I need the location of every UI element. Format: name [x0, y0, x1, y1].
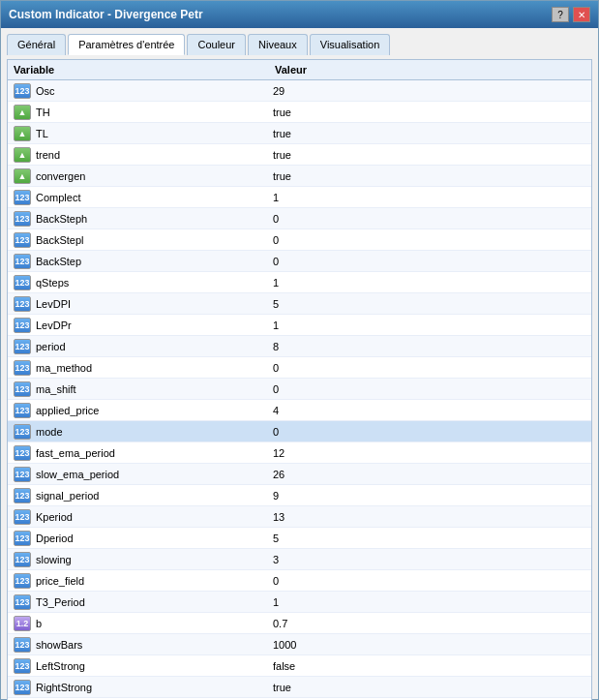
table-row[interactable]: ▲convergentrue: [8, 166, 591, 187]
int-icon: 123: [14, 467, 31, 482]
table-row[interactable]: 123LevDPI5: [8, 293, 591, 315]
table-row[interactable]: 123signal_period9: [8, 485, 591, 506]
row-variable-name: trend: [36, 149, 273, 161]
row-variable-name: ma_shift: [36, 383, 273, 395]
table-row[interactable]: 123Osc29: [8, 80, 591, 102]
int-icon: 123: [14, 637, 31, 653]
int-icon: 123: [14, 360, 31, 376]
row-variable-value: 3: [273, 554, 585, 565]
table-row[interactable]: 123T3_Period1: [8, 592, 591, 613]
row-variable-value: true: [273, 128, 585, 139]
int-icon: 123: [14, 573, 31, 589]
row-variable-value: true: [273, 149, 585, 161]
row-variable-name: Kperiod: [36, 511, 273, 523]
row-variable-name: signal_period: [36, 490, 273, 502]
table-row[interactable]: 123BackSteph0: [8, 208, 591, 229]
int-icon: 123: [14, 254, 31, 269]
int-icon: 123: [14, 403, 31, 418]
row-variable-name: b: [36, 618, 273, 629]
row-variable-value: 0.7: [273, 618, 585, 629]
row-variable-value: 0: [273, 426, 585, 438]
table-row[interactable]: 123slowing3: [8, 549, 591, 570]
column-value-header: Valeur: [275, 64, 585, 76]
tab-visualisation[interactable]: Visualisation: [310, 34, 391, 55]
row-variable-value: 0: [273, 256, 585, 267]
table-row[interactable]: 123ma_method0: [8, 357, 591, 379]
row-variable-value: 4: [273, 405, 585, 416]
table-row[interactable]: 123LevDPr1: [8, 315, 591, 336]
int-icon: 123: [14, 445, 31, 461]
close-button[interactable]: ✕: [573, 7, 590, 22]
int-icon: 123: [14, 552, 31, 567]
table-row[interactable]: 123mode0: [8, 421, 591, 442]
row-variable-name: period: [36, 341, 273, 352]
row-variable-value: 0: [273, 234, 585, 246]
row-variable-name: convergen: [36, 170, 273, 182]
int-icon: 123: [14, 594, 31, 610]
int-icon: 123: [14, 531, 31, 546]
row-variable-name: BackStep: [36, 256, 273, 267]
table-row[interactable]: 123fast_ema_period12: [8, 442, 591, 464]
table-row[interactable]: ▲TLtrue: [8, 123, 591, 144]
row-variable-value: 8: [273, 341, 585, 352]
table-row[interactable]: 123LeftStrongfalse: [8, 655, 591, 677]
dbl-icon: 1.2: [14, 616, 31, 631]
row-variable-value: 0: [273, 213, 585, 225]
table-row[interactable]: 123RightStrongtrue: [8, 677, 591, 698]
table-row[interactable]: ▲trendtrue: [8, 144, 591, 166]
table-row[interactable]: 123Kperiod13: [8, 506, 591, 528]
table-row[interactable]: 123BackStepl0: [8, 229, 591, 251]
table-row[interactable]: ▲THtrue: [8, 102, 591, 123]
tab-content: Variable Valeur 123Osc29▲THtrue▲TLtrue▲t…: [7, 59, 592, 700]
row-variable-name: slowing: [36, 554, 273, 565]
row-variable-name: showBars: [36, 639, 273, 651]
row-variable-name: fast_ema_period: [36, 447, 273, 459]
row-variable-value: 1: [273, 192, 585, 203]
row-variable-name: TH: [36, 107, 273, 118]
row-variable-name: RightStrong: [36, 682, 273, 693]
int-icon: 123: [14, 296, 31, 312]
table-row[interactable]: 123slow_ema_period26: [8, 464, 591, 485]
table-row[interactable]: 1.2b0.7: [8, 613, 591, 634]
int-icon: 123: [14, 680, 31, 695]
table-row[interactable]: 123showBars1000: [8, 634, 591, 655]
table-row[interactable]: 123period8: [8, 336, 591, 357]
row-variable-value: 26: [273, 469, 585, 480]
row-variable-name: LevDPr: [36, 320, 273, 331]
row-variable-value: false: [273, 660, 585, 672]
table-body[interactable]: 123Osc29▲THtrue▲TLtrue▲trendtrue▲converg…: [8, 80, 591, 700]
help-button[interactable]: ?: [552, 7, 569, 22]
row-variable-value: true: [273, 170, 585, 182]
row-variable-value: 0: [273, 383, 585, 395]
int-icon: 123: [14, 232, 31, 248]
row-variable-value: 5: [273, 298, 585, 310]
int-icon: 123: [14, 275, 31, 290]
table-row[interactable]: 123price_field0: [8, 570, 591, 592]
table-row[interactable]: 123Complect1: [8, 187, 591, 208]
tab-g-n-ral[interactable]: Général: [7, 34, 66, 55]
table-header: Variable Valeur: [8, 60, 591, 80]
table-row[interactable]: 123BackStep0: [8, 251, 591, 272]
row-variable-name: price_field: [36, 575, 273, 587]
row-variable-name: mode: [36, 426, 273, 438]
row-variable-name: Complect: [36, 192, 273, 203]
table-row[interactable]: 123ma_shift0: [8, 379, 591, 400]
int-icon: 123: [14, 424, 31, 440]
row-variable-value: 1: [273, 277, 585, 289]
tab-param-tres-d-entr-e[interactable]: Paramètres d'entrée: [68, 34, 185, 55]
row-variable-name: slow_ema_period: [36, 469, 273, 480]
tab-niveaux[interactable]: Niveaux: [248, 34, 308, 55]
int-icon: 123: [14, 658, 31, 674]
int-icon: 123: [14, 381, 31, 397]
main-window: Custom Indicator - Divergence Petr ? ✕ G…: [0, 0, 599, 700]
table-row[interactable]: 123applied_price4: [8, 400, 591, 421]
row-variable-name: ma_method: [36, 362, 273, 374]
int-icon: 123: [14, 339, 31, 354]
table-row[interactable]: 123qSteps1: [8, 272, 591, 293]
bool-icon: ▲: [14, 105, 31, 120]
tab-couleur[interactable]: Couleur: [187, 34, 246, 55]
row-variable-name: Dperiod: [36, 533, 273, 544]
row-variable-name: LevDPI: [36, 298, 273, 310]
table-row[interactable]: 123Dperiod5: [8, 528, 591, 549]
int-icon: 123: [14, 211, 31, 227]
